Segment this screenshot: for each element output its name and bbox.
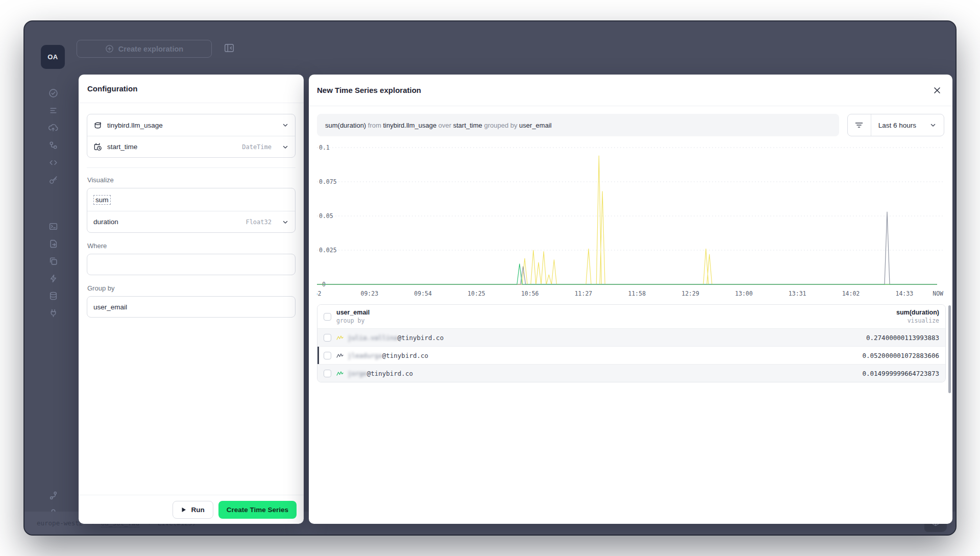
svg-text:13:31: 13:31	[789, 290, 806, 297]
query-keyword: over	[436, 122, 453, 129]
datasource-select[interactable]: tinybird.llm_usage	[87, 114, 295, 136]
calendar-clock-icon	[93, 142, 102, 151]
query-token: sum(duration)	[325, 122, 366, 129]
query-keyword: grouped by	[482, 122, 519, 129]
time-range-dropdown[interactable]: Last 6 hours	[871, 114, 944, 136]
row-email: jleadurga@tinybird.co	[348, 352, 862, 359]
email-domain-part: @tinybird.co	[382, 352, 428, 359]
measure-field-type: Float32	[246, 219, 272, 226]
run-button[interactable]: Run	[173, 501, 213, 519]
row-checkbox[interactable]	[324, 352, 331, 359]
modal-scrollbar[interactable]	[948, 305, 951, 393]
terminal-icon[interactable]	[48, 222, 58, 231]
group-column-subheader: group by	[336, 317, 896, 324]
series-sparkline-icon	[336, 335, 344, 341]
email-domain-part: @tinybird.co	[398, 334, 444, 342]
email-masked-part: julia.vallina	[348, 334, 398, 342]
chevron-down-icon	[282, 219, 289, 226]
visualize-section-label: Visualize	[87, 176, 296, 184]
list-icon[interactable]	[48, 106, 58, 115]
modal-header: New Time Series exploration	[309, 75, 952, 106]
svg-text:0.05: 0.05	[319, 212, 333, 220]
svg-text:13:00: 13:00	[735, 290, 753, 297]
group-column-header: user_email	[336, 309, 896, 316]
time-field-label: start_time	[107, 143, 237, 151]
chart-svg[interactable]: 0.10.0750.050.0250:5209:2309:5410:2510:5…	[317, 141, 950, 301]
where-input[interactable]	[87, 254, 296, 275]
nodes-icon[interactable]	[48, 140, 58, 150]
svg-text:0.075: 0.075	[319, 178, 337, 185]
value-column-subheader: visualize	[896, 317, 939, 324]
svg-text:09:23: 09:23	[360, 290, 378, 297]
zap-icon[interactable]	[48, 274, 58, 283]
select-all-checkbox[interactable]	[324, 313, 331, 321]
database-icon[interactable]	[48, 291, 58, 301]
branch-icon[interactable]	[48, 491, 58, 500]
aggregation-token[interactable]: sum	[93, 195, 111, 205]
row-checkbox[interactable]	[324, 370, 331, 377]
row-email: julia.vallina@tinybird.co	[348, 334, 866, 342]
svg-text::52: :52	[317, 290, 321, 297]
svg-text:0.025: 0.025	[319, 247, 337, 254]
query-token: tinybird.llm_usage	[383, 122, 436, 129]
svg-text:NOW: NOW	[933, 290, 943, 297]
modal-toolbar: sum(duration) from tinybird.llm_usage ov…	[309, 106, 952, 136]
time-field-select[interactable]: start_time DateTime	[87, 136, 295, 157]
measure-field-label: duration	[93, 218, 240, 226]
query-summary-bar[interactable]: sum(duration) from tinybird.llm_usage ov…	[317, 114, 839, 136]
time-series-modal: New Time Series exploration sum(duration…	[309, 75, 952, 524]
svg-text:10:56: 10:56	[521, 290, 539, 297]
value-column-header: sum(duration)	[896, 309, 939, 316]
copy-icon[interactable]	[48, 256, 58, 266]
filter-icon	[855, 122, 863, 129]
check-circle-icon[interactable]	[48, 88, 58, 98]
close-icon[interactable]	[930, 83, 944, 98]
visualize-field-group: sum duration Float32	[87, 188, 296, 233]
chevron-down-icon	[282, 122, 289, 129]
email-masked-part: jleadurga	[348, 352, 382, 359]
create-exploration-button[interactable]: Create exploration	[77, 40, 212, 58]
table-row[interactable]: julia.vallina@tinybird.co0.2740000011399…	[317, 328, 945, 346]
datasource-label: tinybird.llm_usage	[107, 122, 277, 129]
table-row[interactable]: jleadurga@tinybird.co0.05200000107288360…	[317, 346, 945, 364]
series-sparkline-icon	[336, 353, 344, 358]
workspace-logo[interactable]: OA	[41, 45, 65, 69]
chart-area: 0.10.0750.050.0250:5209:2309:5410:2510:5…	[309, 136, 952, 301]
chevron-down-icon	[929, 122, 937, 129]
series-sparkline-icon	[336, 371, 344, 376]
plug-icon[interactable]	[48, 308, 58, 318]
source-field-group: tinybird.llm_usage start_time DateTime	[87, 114, 296, 158]
svg-text:0.1: 0.1	[319, 144, 330, 151]
row-checkbox[interactable]	[324, 334, 331, 342]
row-value: 0.27400000113993883	[866, 334, 939, 342]
table-row[interactable]: jorge@tinybird.co0.014999999664723873	[317, 364, 945, 382]
email-domain-part: @tinybird.co	[367, 370, 413, 377]
modal-title: New Time Series exploration	[317, 86, 930, 94]
row-email: jorge@tinybird.co	[348, 370, 862, 377]
aggregation-input[interactable]: sum	[87, 188, 295, 211]
active-row-indicator	[317, 347, 319, 364]
key-icon[interactable]	[48, 175, 58, 185]
svg-text:11:27: 11:27	[575, 290, 593, 297]
create-time-series-button[interactable]: Create Time Series	[218, 501, 297, 519]
cloud-upload-icon[interactable]	[48, 123, 58, 133]
query-keyword: from	[366, 122, 383, 129]
configuration-panel: Configuration tinybird.llm_usage start_t…	[79, 75, 304, 524]
plus-circle-icon	[105, 44, 114, 53]
svg-text:12:29: 12:29	[681, 290, 699, 297]
time-range-value: Last 6 hours	[878, 122, 916, 129]
group-by-input[interactable]: user_email	[87, 296, 296, 318]
file-export-icon[interactable]	[48, 239, 58, 249]
results-table: user_email group by sum(duration) visual…	[317, 304, 946, 382]
collapse-panel-icon[interactable]	[224, 42, 235, 54]
email-masked-part: jorge	[348, 370, 367, 377]
results-table-body: julia.vallina@tinybird.co0.2740000011399…	[317, 328, 945, 382]
measure-field-select[interactable]: duration Float32	[87, 211, 295, 232]
row-value: 0.052000001072883606	[862, 352, 939, 359]
code-icon[interactable]	[48, 158, 58, 167]
svg-text:14:02: 14:02	[842, 290, 860, 297]
filter-button[interactable]	[848, 114, 871, 136]
region-label: europe-west2	[37, 519, 83, 527]
app-window: OA Create exploration europe-west2 → oa_…	[24, 21, 955, 535]
sidebar-nav	[47, 88, 59, 326]
